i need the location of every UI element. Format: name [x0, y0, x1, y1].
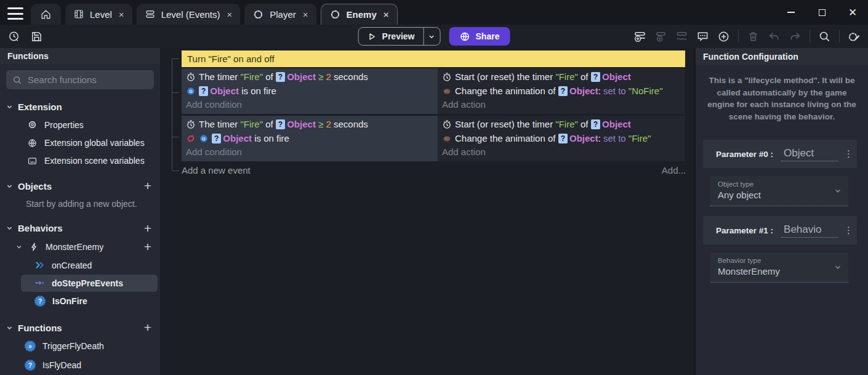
event-line[interactable]: Start (or reset) the timer "Fire" of ?Ob… [438, 117, 685, 131]
object-parameter-chip: ? [591, 119, 600, 129]
history-icon[interactable] [7, 30, 20, 43]
add-other-event-icon[interactable] [675, 30, 688, 43]
sidebar-item-oncreated[interactable]: onCreated [0, 256, 160, 274]
trash-icon[interactable] [747, 30, 760, 43]
field-value: Any object [718, 190, 841, 200]
event-comment[interactable]: Turn "Fire" on and off [182, 50, 685, 67]
functions-sidebar: Functions Extension Properties Extension… [0, 48, 160, 375]
add-more-link[interactable]: Add... [662, 165, 686, 175]
sidebar-item-triggerflydeath[interactable]: » TriggerFlyDeath [0, 337, 160, 356]
menu-icon[interactable] [7, 7, 23, 20]
add-function-button[interactable]: + [144, 320, 151, 335]
behavior-type-select[interactable]: Behavior type MonsterEnemy [710, 252, 848, 283]
event-line[interactable]: G?Object is on fire [182, 131, 438, 145]
section-behaviors[interactable]: Behaviors + [0, 219, 160, 237]
event-line[interactable]: G?Object is on fire [182, 84, 438, 98]
parameter-name-input[interactable]: Object [781, 147, 838, 161]
sidebar-item-properties[interactable]: Properties [0, 116, 160, 134]
event-text: Object [287, 71, 316, 82]
event-text: Object [569, 86, 598, 96]
share-button[interactable]: Share [449, 27, 510, 46]
search-functions-input[interactable] [28, 75, 148, 85]
add-action-link[interactable]: Add action [438, 145, 685, 159]
panel-title: Function Configuration [696, 48, 868, 65]
toolbar: Preview Share [0, 25, 868, 48]
section-extension[interactable]: Extension [0, 98, 160, 116]
lifecycle-description: This is a "lifecycle method". It will be… [707, 75, 857, 123]
event-tree-line [172, 58, 172, 171]
close-icon[interactable]: × [303, 9, 308, 20]
sidebar-item-isonfire[interactable]: ? IsOnFire [0, 292, 160, 310]
section-functions[interactable]: Functions + [0, 319, 160, 337]
add-circle-icon[interactable] [717, 30, 730, 43]
redo-icon[interactable] [789, 30, 802, 43]
kebab-menu-icon[interactable]: ⋮ [844, 225, 853, 236]
actions-column: Start (or reset) the timer "Fire" of ?Ob… [438, 116, 685, 161]
event-text: Object [287, 119, 316, 129]
object-parameter-chip: ? [558, 134, 568, 143]
event-text: The timer [199, 71, 241, 82]
preview-dropdown-button[interactable] [424, 28, 440, 45]
tab-label: Level (Events) [161, 9, 220, 20]
event-text: "Fire" [241, 71, 263, 82]
event-text: "Fire" [555, 71, 577, 82]
event-tree-tick [172, 92, 179, 93]
event-line[interactable]: Start (or reset) the timer "Fire" of ?Ob… [438, 70, 685, 84]
add-behavior-function-button[interactable]: + [144, 240, 151, 254]
chevron-down-icon [16, 244, 22, 250]
event: The timer "Fire" of ?Object ≥ 2 secondsG… [182, 116, 685, 161]
close-icon[interactable]: × [119, 9, 124, 20]
extension-icon [329, 9, 341, 20]
add-new-event-link[interactable]: Add a new event [182, 165, 251, 175]
edit-extension-icon[interactable] [848, 30, 861, 43]
event-line[interactable]: Change the animation of ?Object: set to … [438, 131, 685, 145]
add-condition-link[interactable]: Add condition [182, 145, 438, 159]
add-condition-link[interactable]: Add condition [182, 98, 438, 112]
undo-icon[interactable] [768, 30, 781, 43]
search-icon[interactable] [818, 30, 831, 43]
sidebar-item-monsterenemy[interactable]: MonsterEnemy + [0, 237, 160, 256]
add-object-button[interactable]: + [144, 179, 151, 193]
tab-level[interactable]: Level × [65, 4, 132, 25]
toolbar-divider [738, 30, 739, 42]
sidebar-item-extension-scene-variables[interactable]: Extension scene variables [0, 152, 160, 170]
tab-enemy[interactable]: Enemy × [321, 4, 398, 25]
add-event-icon[interactable] [633, 30, 646, 43]
kebab-menu-icon[interactable]: ⋮ [844, 148, 853, 159]
event-text: Object [602, 119, 631, 129]
tab-player[interactable]: Player × [244, 4, 316, 25]
object-type-select[interactable]: Object type Any object [710, 176, 848, 206]
close-icon[interactable]: × [384, 9, 389, 20]
event-line[interactable]: Change the animation of ?Object: set to … [438, 84, 685, 98]
share-label: Share [476, 31, 500, 41]
event-text: of [263, 119, 276, 129]
comment-icon[interactable] [696, 30, 709, 43]
minimize-button[interactable] [776, 0, 806, 25]
add-action-link[interactable]: Add action [438, 98, 685, 112]
sidebar-item-dostepprevents[interactable]: doStepPreEvents [21, 275, 158, 291]
event-text: : [598, 86, 603, 96]
save-icon[interactable] [30, 30, 43, 43]
tab-level-events[interactable]: Level (Events) × [137, 4, 241, 25]
close-icon[interactable]: × [227, 9, 233, 20]
event-line[interactable]: The timer "Fire" of ?Object ≥ 2 seconds [182, 117, 438, 131]
sidebar-item-extension-global-variables[interactable]: Extension global variables [0, 134, 160, 152]
section-objects[interactable]: Objects + [0, 177, 160, 195]
timer-icon [186, 119, 196, 129]
event-line[interactable]: The timer "Fire" of ?Object ≥ 2 seconds [182, 70, 438, 84]
event-text: The timer [199, 119, 241, 129]
add-subevent-icon[interactable] [654, 30, 667, 43]
search-functions-box[interactable] [6, 70, 154, 89]
event-tree-tick [172, 58, 179, 59]
maximize-button[interactable] [806, 0, 837, 25]
tab-home[interactable] [31, 4, 61, 25]
sidebar-title: Functions [0, 48, 160, 64]
actions-column: Start (or reset) the timer "Fire" of ?Ob… [438, 68, 685, 114]
preview-button[interactable]: Preview [358, 27, 441, 46]
parameter-name-input[interactable]: Behavio [781, 224, 838, 238]
close-button[interactable]: ✕ [837, 0, 868, 25]
timer-icon [442, 119, 452, 129]
sidebar-item-isflydead[interactable]: ? IsFlyDead [0, 356, 160, 375]
add-behavior-button[interactable]: + [144, 221, 151, 236]
conditions-column: The timer "Fire" of ?Object ≥ 2 secondsG… [182, 68, 438, 114]
